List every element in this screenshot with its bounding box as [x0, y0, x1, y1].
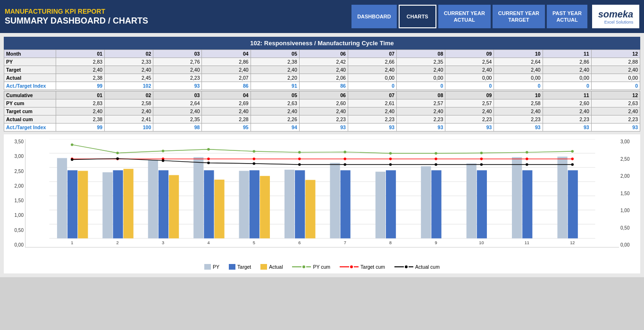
- mfg-title: MANUFACTURING KPI REPORT: [5, 8, 351, 15]
- chart-title: 102: Responsiveness / Manufacturing Cycl…: [4, 37, 640, 50]
- svg-rect-24: [295, 170, 305, 238]
- svg-rect-32: [467, 164, 477, 239]
- legend-target: Target: [229, 264, 251, 270]
- monthly-header-row: Month 010203 040506 070809 101112: [4, 50, 640, 58]
- svg-text:1: 1: [71, 240, 73, 245]
- legend-actual: Actual: [260, 264, 283, 270]
- svg-rect-25: [305, 180, 315, 239]
- legend-target-box: [229, 264, 235, 270]
- y-axis-right: 3,00 2,50 2,00 1,50 1,00 0,50 0,00: [619, 139, 636, 248]
- svg-point-42: [253, 150, 256, 153]
- svg-point-71: [480, 163, 483, 166]
- svg-point-40: [162, 150, 165, 153]
- legend-target-cum-line: [340, 265, 359, 268]
- legend-py-cum-label: PY cum: [313, 264, 330, 270]
- svg-point-62: [71, 158, 74, 161]
- sub-title: SUMMARY DASHBOARD / CHARTS: [5, 16, 351, 26]
- svg-rect-31: [431, 170, 441, 238]
- legend-py-box: [204, 264, 211, 270]
- svg-rect-28: [376, 172, 385, 238]
- plot-area: 123456789101112: [25, 139, 619, 248]
- svg-point-38: [71, 143, 74, 146]
- svg-rect-21: [250, 170, 259, 238]
- month-label: Month: [4, 50, 56, 58]
- svg-point-66: [253, 162, 256, 165]
- legend-actual-label: Actual: [269, 264, 283, 270]
- svg-rect-30: [421, 166, 431, 239]
- svg-point-72: [526, 163, 528, 166]
- svg-text:9: 9: [435, 240, 437, 245]
- legend-actual-cum-line: [394, 265, 413, 268]
- svg-point-55: [298, 157, 301, 160]
- legend-py-cum-line: [292, 265, 311, 268]
- svg-point-67: [298, 163, 301, 166]
- chart-svg: 123456789101112: [25, 139, 619, 247]
- svg-rect-36: [557, 157, 567, 238]
- svg-point-54: [253, 157, 256, 160]
- header: MANUFACTURING KPI REPORT SUMMARY DASHBOA…: [0, 0, 644, 33]
- svg-rect-19: [214, 180, 224, 239]
- svg-text:7: 7: [344, 240, 346, 245]
- svg-text:5: 5: [253, 240, 255, 245]
- svg-point-69: [389, 163, 392, 166]
- svg-rect-15: [159, 170, 168, 238]
- nav-cy-target[interactable]: CURRENT YEARTARGET: [493, 5, 545, 28]
- svg-rect-8: [57, 158, 67, 238]
- cumulative-index-row: Act./Target Index 9910098 959493 939393 …: [4, 124, 640, 132]
- svg-point-73: [571, 163, 574, 166]
- nav-py-actual[interactable]: PAST YEARACTUAL: [547, 5, 587, 28]
- legend-target-cum: Target cum: [340, 264, 385, 270]
- svg-rect-9: [67, 170, 77, 238]
- svg-rect-34: [512, 157, 522, 239]
- nav-dashboard[interactable]: DASHBOARD: [351, 5, 397, 28]
- monthly-table: Month 010203 040506 070809 101112 PY 2,8…: [4, 50, 640, 90]
- table-row: Target 2,402,402,40 2,402,402,40 2,402,4…: [4, 66, 640, 74]
- monthly-index-row: Act./Target Index 9910293 869186 000 000: [4, 82, 640, 90]
- svg-text:11: 11: [525, 240, 529, 245]
- svg-rect-29: [386, 170, 396, 238]
- nav-charts[interactable]: CHARTS: [399, 5, 436, 28]
- svg-point-58: [435, 157, 437, 160]
- svg-rect-17: [193, 157, 203, 239]
- svg-text:10: 10: [479, 240, 484, 245]
- table-row: Actual cum 2,382,412,35 2,282,262,23 2,2…: [4, 116, 640, 124]
- nav-buttons: DASHBOARD CHARTS CURRENT YEARACTUAL CURR…: [351, 5, 587, 28]
- table-row: Actual 2,382,452,23 2,072,202,06 0,000,0…: [4, 74, 640, 82]
- svg-rect-22: [260, 176, 270, 238]
- svg-rect-13: [124, 169, 134, 238]
- svg-point-43: [298, 151, 301, 154]
- cumulative-table: Cumulative 010203 040506 070809 101112 P…: [4, 91, 640, 132]
- svg-point-70: [435, 163, 437, 166]
- svg-point-48: [526, 151, 528, 154]
- table-row: PY cum 2,832,582,64 2,692,632,60 2,612,5…: [4, 99, 640, 107]
- svg-point-61: [571, 157, 574, 160]
- legend-py-label: PY: [213, 264, 219, 270]
- svg-text:3: 3: [162, 240, 164, 245]
- logo-text: someka: [598, 9, 634, 20]
- svg-point-49: [571, 150, 574, 153]
- svg-point-47: [480, 152, 483, 155]
- svg-rect-16: [169, 175, 179, 238]
- svg-rect-11: [102, 172, 112, 238]
- svg-point-65: [207, 162, 210, 165]
- svg-text:6: 6: [298, 240, 301, 245]
- svg-point-39: [116, 152, 119, 155]
- svg-rect-27: [341, 170, 351, 238]
- svg-text:8: 8: [389, 240, 392, 245]
- svg-point-41: [207, 148, 210, 151]
- legend-py: PY: [204, 264, 219, 270]
- svg-point-53: [207, 157, 210, 160]
- svg-point-59: [480, 157, 483, 160]
- logo-sub: Excel Solutions: [598, 20, 634, 25]
- main-content: 102: Responsiveness / Manufacturing Cycl…: [0, 33, 644, 277]
- svg-point-44: [343, 151, 346, 154]
- svg-point-64: [162, 159, 165, 162]
- svg-rect-18: [204, 170, 214, 238]
- logo: someka Excel Solutions: [592, 5, 639, 28]
- svg-point-45: [389, 152, 392, 155]
- legend-actual-box: [260, 264, 267, 270]
- svg-point-57: [389, 157, 392, 160]
- svg-point-46: [435, 152, 437, 155]
- svg-point-60: [526, 157, 528, 160]
- nav-cy-actual[interactable]: CURRENT YEARACTUAL: [438, 5, 491, 28]
